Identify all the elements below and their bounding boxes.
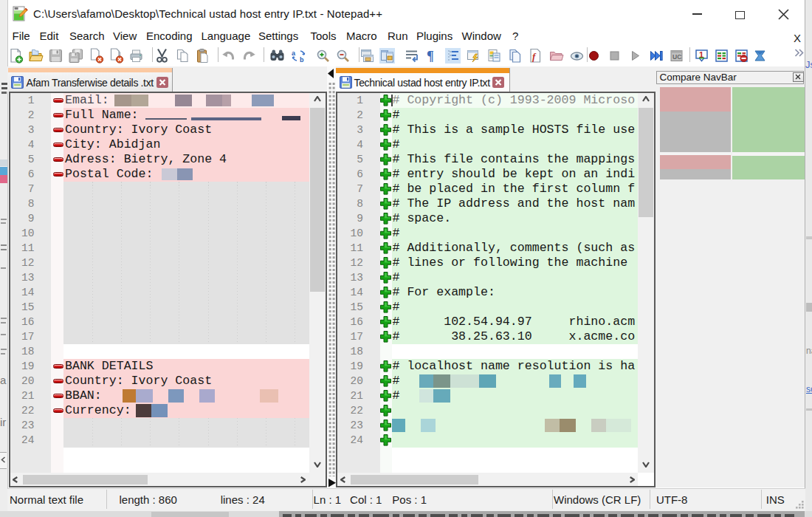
svg-text:b: b bbox=[300, 56, 304, 64]
svg-text:UC: UC bbox=[672, 53, 681, 61]
svg-text:a: a bbox=[292, 49, 296, 57]
svg-text:¶: ¶ bbox=[427, 49, 434, 64]
